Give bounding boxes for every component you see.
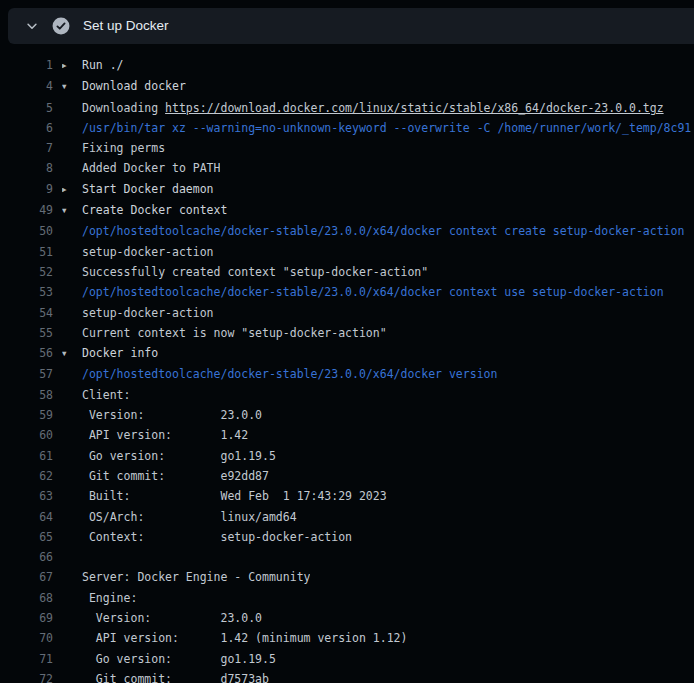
- group-title[interactable]: Start Docker daemon: [82, 182, 214, 196]
- line-number[interactable]: 50: [0, 221, 53, 241]
- log-line: 66: [0, 547, 694, 567]
- log-line: 60 API version: 1.42: [0, 425, 694, 445]
- triangle-right-icon[interactable]: ▶: [62, 180, 82, 200]
- line-number[interactable]: 64: [0, 507, 53, 527]
- log-command-text: /opt/hostedtoolcache/docker-stable/23.0.…: [82, 367, 497, 381]
- line-number[interactable]: 72: [0, 669, 53, 683]
- log-text: setup-docker-action: [82, 245, 214, 259]
- line-number[interactable]: 61: [0, 446, 53, 466]
- line-number[interactable]: 65: [0, 527, 53, 547]
- step-header[interactable]: Set up Docker: [8, 8, 694, 44]
- log-line-content: Version: 23.0.0: [62, 405, 262, 425]
- log-text: Client:: [82, 388, 130, 402]
- log-line: 9▶Start Docker daemon: [0, 179, 694, 200]
- log-text: Downloading: [82, 101, 165, 115]
- log-line: 56▼Docker info: [0, 343, 694, 364]
- line-number[interactable]: 59: [0, 405, 53, 425]
- log-text: setup-docker-action: [82, 306, 214, 320]
- log-command-text: /opt/hostedtoolcache/docker-stable/23.0.…: [82, 224, 684, 238]
- line-number[interactable]: 53: [0, 282, 53, 302]
- log-line: 63 Built: Wed Feb 1 17:43:29 2023: [0, 486, 694, 506]
- line-number[interactable]: 1: [0, 55, 53, 76]
- log-text: Git commit: e92dd87: [82, 469, 269, 483]
- line-number[interactable]: 67: [0, 567, 53, 587]
- line-number[interactable]: 57: [0, 364, 53, 384]
- line-number[interactable]: 8: [0, 158, 53, 178]
- log-line: 53/opt/hostedtoolcache/docker-stable/23.…: [0, 282, 694, 302]
- line-number[interactable]: 69: [0, 608, 53, 628]
- line-number[interactable]: 6: [0, 118, 53, 138]
- log-line-content: Fixing perms: [62, 138, 165, 158]
- triangle-down-icon[interactable]: ▼: [62, 344, 82, 364]
- log-line-content: setup-docker-action: [62, 303, 214, 323]
- line-number[interactable]: 55: [0, 323, 53, 343]
- line-number[interactable]: 56: [0, 343, 53, 364]
- line-number[interactable]: 9: [0, 179, 53, 200]
- line-number[interactable]: 60: [0, 425, 53, 445]
- line-number[interactable]: 54: [0, 303, 53, 323]
- log-text: Go version: go1.19.5: [82, 449, 276, 463]
- group-title[interactable]: Download docker: [82, 79, 186, 93]
- log-line: 49▼Create Docker context: [0, 200, 694, 221]
- log-line-content: API version: 1.42 (minimum version 1.12): [62, 628, 407, 648]
- log-line-content: Built: Wed Feb 1 17:43:29 2023: [62, 486, 387, 506]
- log-line: 65 Context: setup-docker-action: [0, 527, 694, 547]
- line-number[interactable]: 49: [0, 200, 53, 221]
- log-line-content: ▶Run ./: [62, 55, 124, 76]
- log-text: Added Docker to PATH: [82, 161, 220, 175]
- log-line-content: /opt/hostedtoolcache/docker-stable/23.0.…: [62, 364, 497, 384]
- log-line: 6/usr/bin/tar xz --warning=no-unknown-ke…: [0, 118, 694, 138]
- line-number[interactable]: 5: [0, 98, 53, 118]
- log-line: 70 API version: 1.42 (minimum version 1.…: [0, 628, 694, 648]
- line-number[interactable]: 71: [0, 649, 53, 669]
- log-line: 1▶Run ./: [0, 55, 694, 76]
- log-text: Version: 23.0.0: [82, 611, 262, 625]
- log-text: Successfully created context "setup-dock…: [82, 265, 428, 279]
- log-line-content: [62, 547, 82, 567]
- log-link[interactable]: https://download.docker.com/linux/static…: [165, 101, 664, 115]
- line-number[interactable]: 51: [0, 242, 53, 262]
- log-line-content: /opt/hostedtoolcache/docker-stable/23.0.…: [62, 282, 664, 302]
- line-number[interactable]: 70: [0, 628, 53, 648]
- line-number[interactable]: 52: [0, 262, 53, 282]
- log-line-content: Current context is now "setup-docker-act…: [62, 323, 387, 343]
- group-title[interactable]: Docker info: [82, 346, 158, 360]
- log-line-content: OS/Arch: linux/amd64: [62, 507, 297, 527]
- log-line: 50/opt/hostedtoolcache/docker-stable/23.…: [0, 221, 694, 241]
- group-title[interactable]: Run ./: [82, 58, 124, 72]
- line-number[interactable]: 66: [0, 547, 53, 567]
- line-number[interactable]: 68: [0, 588, 53, 608]
- line-number[interactable]: 58: [0, 385, 53, 405]
- triangle-down-icon[interactable]: ▼: [62, 201, 82, 221]
- log-command-text: /opt/hostedtoolcache/docker-stable/23.0.…: [82, 285, 664, 299]
- log-lines: 1▶Run ./4▼Download docker5Downloading ht…: [0, 55, 694, 683]
- log-text: OS/Arch: linux/amd64: [82, 510, 297, 524]
- line-number[interactable]: 62: [0, 466, 53, 486]
- line-number[interactable]: 7: [0, 138, 53, 158]
- triangle-down-icon[interactable]: ▼: [62, 77, 82, 97]
- log-line-content: ▶Start Docker daemon: [62, 179, 214, 200]
- log-line: 64 OS/Arch: linux/amd64: [0, 507, 694, 527]
- log-command-text: /usr/bin/tar xz --warning=no-unknown-key…: [82, 121, 691, 135]
- log-line-content: Downloading https://download.docker.com/…: [62, 98, 664, 118]
- line-number[interactable]: 63: [0, 486, 53, 506]
- log-line-content: Git commit: e92dd87: [62, 466, 269, 486]
- log-line-content: Engine:: [62, 588, 137, 608]
- log-line: 69 Version: 23.0.0: [0, 608, 694, 628]
- chevron-down-icon[interactable]: [25, 19, 39, 33]
- log-line-content: Go version: go1.19.5: [62, 446, 276, 466]
- log-text: Go version: go1.19.5: [82, 652, 276, 666]
- log-text: Current context is now "setup-docker-act…: [82, 326, 387, 340]
- group-title[interactable]: Create Docker context: [82, 203, 227, 217]
- log-line-content: Git commit: d7573ab: [62, 669, 269, 683]
- log-line-content: Server: Docker Engine - Community: [62, 567, 310, 587]
- log-line: 72 Git commit: d7573ab: [0, 669, 694, 683]
- log-line: 68 Engine:: [0, 588, 694, 608]
- log-line: 8Added Docker to PATH: [0, 158, 694, 178]
- triangle-right-icon[interactable]: ▶: [62, 56, 82, 76]
- line-number[interactable]: 4: [0, 76, 53, 97]
- log-line-content: Go version: go1.19.5: [62, 649, 276, 669]
- log-text: Git commit: d7573ab: [82, 672, 269, 683]
- log-text: Engine:: [82, 591, 137, 605]
- log-line: 61 Go version: go1.19.5: [0, 446, 694, 466]
